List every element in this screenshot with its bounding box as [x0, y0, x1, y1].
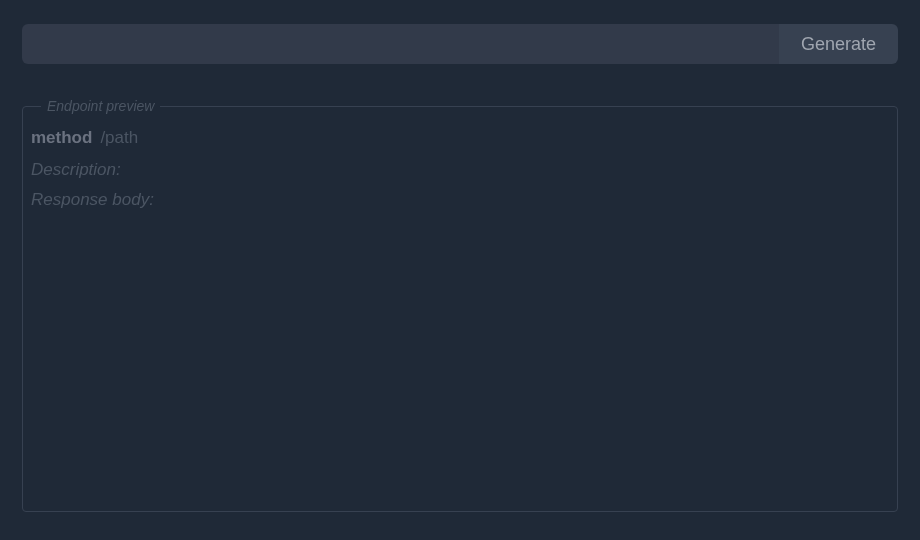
response-body-label: Response body: — [31, 190, 889, 210]
path-placeholder: /path — [100, 128, 138, 148]
method-path: method /path — [31, 128, 889, 148]
endpoint-preview: Endpoint preview method /path Descriptio… — [22, 98, 898, 512]
input-row: Generate — [22, 24, 898, 64]
method-placeholder: method — [31, 128, 92, 148]
prompt-input[interactable] — [22, 24, 779, 64]
generate-button[interactable]: Generate — [779, 24, 898, 64]
preview-legend: Endpoint preview — [41, 98, 160, 114]
description-label: Description: — [31, 160, 889, 180]
preview-body: method /path Description: Response body: — [31, 128, 889, 210]
